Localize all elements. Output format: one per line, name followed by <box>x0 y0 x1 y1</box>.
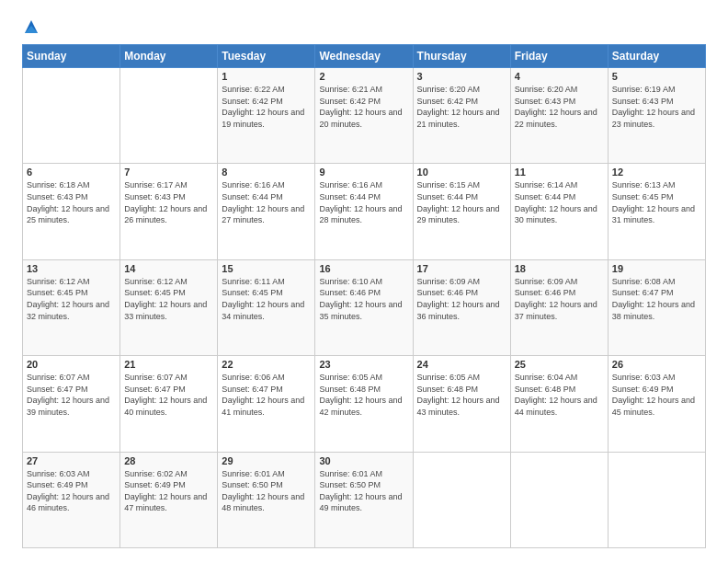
daylight-text: Daylight: 12 hours and 43 minutes. <box>417 395 506 418</box>
calendar-cell <box>510 452 608 547</box>
day-info: Sunrise: 6:05 AMSunset: 6:48 PMDaylight:… <box>319 372 408 418</box>
calendar-cell: 3Sunrise: 6:20 AMSunset: 6:42 PMDaylight… <box>413 68 510 164</box>
calendar-cell: 21Sunrise: 6:07 AMSunset: 6:47 PMDayligh… <box>120 356 218 452</box>
day-number: 23 <box>319 359 408 370</box>
day-number: 21 <box>124 359 213 370</box>
calendar-cell: 5Sunrise: 6:19 AMSunset: 6:43 PMDaylight… <box>608 68 705 164</box>
sunset-text: Sunset: 6:42 PM <box>222 96 311 108</box>
sunrise-text: Sunrise: 6:09 AM <box>515 276 604 288</box>
day-info: Sunrise: 6:01 AMSunset: 6:50 PMDaylight:… <box>319 468 408 514</box>
daylight-text: Daylight: 12 hours and 31 minutes. <box>612 203 701 226</box>
day-info: Sunrise: 6:08 AMSunset: 6:47 PMDaylight:… <box>612 276 701 322</box>
calendar-table: SundayMondayTuesdayWednesdayThursdayFrid… <box>22 44 706 548</box>
sunrise-text: Sunrise: 6:01 AM <box>319 468 408 480</box>
daylight-text: Daylight: 12 hours and 34 minutes. <box>222 299 311 322</box>
day-number: 11 <box>515 167 604 178</box>
day-info: Sunrise: 6:06 AMSunset: 6:47 PMDaylight:… <box>222 372 311 418</box>
day-info: Sunrise: 6:04 AMSunset: 6:48 PMDaylight:… <box>515 372 604 418</box>
sunrise-text: Sunrise: 6:07 AM <box>124 372 213 384</box>
day-info: Sunrise: 6:18 AMSunset: 6:43 PMDaylight:… <box>27 179 116 225</box>
daylight-text: Daylight: 12 hours and 46 minutes. <box>27 491 116 514</box>
sunrise-text: Sunrise: 6:03 AM <box>27 468 116 480</box>
logo-icon <box>23 18 40 35</box>
day-number: 22 <box>222 359 311 370</box>
day-info: Sunrise: 6:16 AMSunset: 6:44 PMDaylight:… <box>319 179 408 225</box>
day-info: Sunrise: 6:12 AMSunset: 6:45 PMDaylight:… <box>124 276 213 322</box>
daylight-text: Daylight: 12 hours and 47 minutes. <box>124 491 213 514</box>
sunset-text: Sunset: 6:43 PM <box>515 96 604 108</box>
sunrise-text: Sunrise: 6:12 AM <box>124 276 213 288</box>
calendar-cell: 17Sunrise: 6:09 AMSunset: 6:46 PMDayligh… <box>413 259 510 355</box>
day-info: Sunrise: 6:22 AMSunset: 6:42 PMDaylight:… <box>222 84 311 130</box>
header-row: SundayMondayTuesdayWednesdayThursdayFrid… <box>23 45 706 68</box>
sunset-text: Sunset: 6:47 PM <box>612 287 701 299</box>
daylight-text: Daylight: 12 hours and 22 minutes. <box>515 107 604 130</box>
sunset-text: Sunset: 6:43 PM <box>124 191 213 203</box>
daylight-text: Daylight: 12 hours and 33 minutes. <box>124 299 213 322</box>
day-info: Sunrise: 6:16 AMSunset: 6:44 PMDaylight:… <box>222 179 311 225</box>
day-info: Sunrise: 6:11 AMSunset: 6:45 PMDaylight:… <box>222 276 311 322</box>
daylight-text: Daylight: 12 hours and 37 minutes. <box>515 299 604 322</box>
sunset-text: Sunset: 6:44 PM <box>222 191 311 203</box>
sunset-text: Sunset: 6:42 PM <box>319 96 408 108</box>
daylight-text: Daylight: 12 hours and 35 minutes. <box>319 299 408 322</box>
sunset-text: Sunset: 6:44 PM <box>319 191 408 203</box>
calendar-cell <box>413 452 510 547</box>
sunset-text: Sunset: 6:43 PM <box>612 96 701 108</box>
day-number: 29 <box>222 455 311 466</box>
calendar-cell: 6Sunrise: 6:18 AMSunset: 6:43 PMDaylight… <box>23 164 120 259</box>
daylight-text: Daylight: 12 hours and 25 minutes. <box>27 203 116 226</box>
calendar-cell: 12Sunrise: 6:13 AMSunset: 6:45 PMDayligh… <box>608 164 705 259</box>
day-info: Sunrise: 6:03 AMSunset: 6:49 PMDaylight:… <box>27 468 116 514</box>
calendar-cell <box>608 452 705 547</box>
sunrise-text: Sunrise: 6:06 AM <box>222 372 311 384</box>
sunrise-text: Sunrise: 6:20 AM <box>417 84 506 96</box>
sunset-text: Sunset: 6:50 PM <box>222 479 311 491</box>
sunrise-text: Sunrise: 6:05 AM <box>319 372 408 384</box>
day-info: Sunrise: 6:20 AMSunset: 6:43 PMDaylight:… <box>515 84 604 130</box>
calendar-cell: 13Sunrise: 6:12 AMSunset: 6:45 PMDayligh… <box>23 259 120 355</box>
sunset-text: Sunset: 6:48 PM <box>515 384 604 396</box>
sunset-text: Sunset: 6:49 PM <box>612 384 701 396</box>
calendar-cell: 16Sunrise: 6:10 AMSunset: 6:46 PMDayligh… <box>315 259 413 355</box>
sunset-text: Sunset: 6:44 PM <box>417 191 506 203</box>
sunset-text: Sunset: 6:47 PM <box>27 384 116 396</box>
day-header-friday: Friday <box>510 45 608 68</box>
calendar-cell: 25Sunrise: 6:04 AMSunset: 6:48 PMDayligh… <box>510 356 608 452</box>
day-info: Sunrise: 6:02 AMSunset: 6:49 PMDaylight:… <box>124 468 213 514</box>
day-number: 2 <box>319 71 408 82</box>
day-number: 5 <box>612 71 701 82</box>
calendar-cell: 11Sunrise: 6:14 AMSunset: 6:44 PMDayligh… <box>510 164 608 259</box>
sunset-text: Sunset: 6:47 PM <box>222 384 311 396</box>
day-info: Sunrise: 6:13 AMSunset: 6:45 PMDaylight:… <box>612 179 701 225</box>
day-info: Sunrise: 6:09 AMSunset: 6:46 PMDaylight:… <box>515 276 604 322</box>
day-info: Sunrise: 6:15 AMSunset: 6:44 PMDaylight:… <box>417 179 506 225</box>
sunrise-text: Sunrise: 6:16 AM <box>222 179 311 191</box>
daylight-text: Daylight: 12 hours and 29 minutes. <box>417 203 506 226</box>
day-header-tuesday: Tuesday <box>218 45 315 68</box>
daylight-text: Daylight: 12 hours and 21 minutes. <box>417 107 506 130</box>
day-number: 20 <box>27 359 116 370</box>
daylight-text: Daylight: 12 hours and 40 minutes. <box>124 395 213 418</box>
day-number: 26 <box>612 359 701 370</box>
day-header-saturday: Saturday <box>608 45 705 68</box>
day-header-thursday: Thursday <box>413 45 510 68</box>
calendar-cell: 2Sunrise: 6:21 AMSunset: 6:42 PMDaylight… <box>315 68 413 164</box>
sunrise-text: Sunrise: 6:01 AM <box>222 468 311 480</box>
calendar-cell: 30Sunrise: 6:01 AMSunset: 6:50 PMDayligh… <box>315 452 413 547</box>
daylight-text: Daylight: 12 hours and 20 minutes. <box>319 107 408 130</box>
header <box>22 18 706 33</box>
calendar-cell: 8Sunrise: 6:16 AMSunset: 6:44 PMDaylight… <box>218 164 315 259</box>
week-row-0: 1Sunrise: 6:22 AMSunset: 6:42 PMDaylight… <box>23 68 706 164</box>
calendar-cell <box>23 68 120 164</box>
calendar-cell: 18Sunrise: 6:09 AMSunset: 6:46 PMDayligh… <box>510 259 608 355</box>
day-number: 19 <box>612 263 701 274</box>
sunset-text: Sunset: 6:49 PM <box>27 479 116 491</box>
sunset-text: Sunset: 6:46 PM <box>417 287 506 299</box>
daylight-text: Daylight: 12 hours and 27 minutes. <box>222 203 311 226</box>
daylight-text: Daylight: 12 hours and 36 minutes. <box>417 299 506 322</box>
sunrise-text: Sunrise: 6:19 AM <box>612 84 701 96</box>
calendar-cell: 15Sunrise: 6:11 AMSunset: 6:45 PMDayligh… <box>218 259 315 355</box>
day-info: Sunrise: 6:07 AMSunset: 6:47 PMDaylight:… <box>27 372 116 418</box>
sunrise-text: Sunrise: 6:10 AM <box>319 276 408 288</box>
